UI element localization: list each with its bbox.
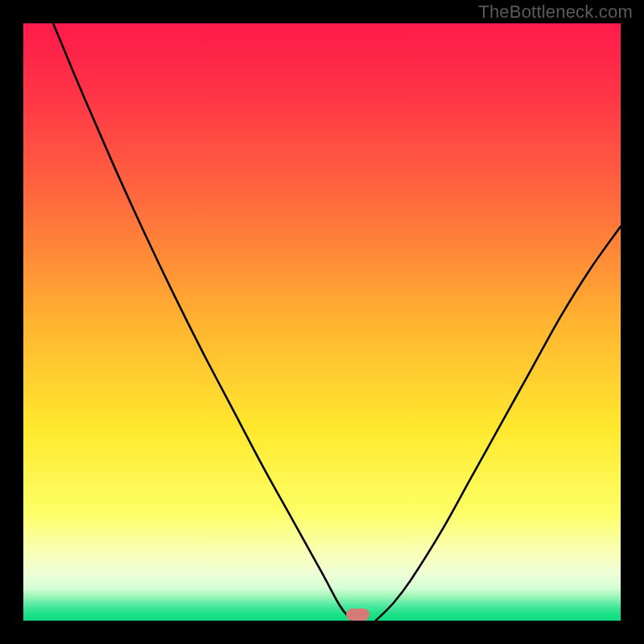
watermark-text: TheBottleneck.com bbox=[478, 2, 633, 23]
curve-right-branch bbox=[376, 226, 621, 621]
bottleneck-marker bbox=[346, 609, 370, 621]
plot-area bbox=[23, 23, 621, 621]
curve-left-branch bbox=[53, 23, 352, 621]
chart-frame: TheBottleneck.com bbox=[0, 0, 644, 644]
curve-layer bbox=[23, 23, 621, 621]
